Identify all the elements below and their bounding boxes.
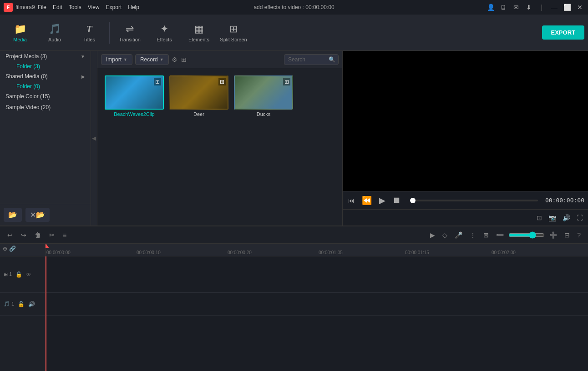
toolbar-audio[interactable]: 🎵 Audio xyxy=(38,17,71,48)
marker-button[interactable]: ◇ xyxy=(440,230,450,241)
splitscreen-icon: ⊞ xyxy=(229,23,238,35)
toolbar-audio-label: Audio xyxy=(48,37,61,42)
clip-icon: ⊞ xyxy=(218,78,226,85)
clip-icon: ⊞ xyxy=(154,78,161,85)
resize-preview-button[interactable]: ⊡ xyxy=(535,213,543,223)
link-button[interactable]: 🔗 xyxy=(9,246,16,252)
split-screen-toggle[interactable]: ⊟ xyxy=(562,230,573,241)
chevron-right-icon: ▶ xyxy=(81,74,85,79)
search-input[interactable] xyxy=(288,56,327,63)
toolbar-elements[interactable]: ▦ Elements xyxy=(182,17,215,48)
import-label: Import xyxy=(106,56,122,63)
titlebar-menu[interactable]: File Edit Tools View Export Help xyxy=(38,4,139,10)
toolbar-effects[interactable]: ✦ Effects xyxy=(148,17,181,48)
eye-video-button[interactable]: 👁 xyxy=(25,271,32,279)
timeline-container: ↩ ↪ 🗑 ✂ ≡ ▶ ◇ 🎤 ⋮ ⊠ ➖ ➕ ⊟ ? ⊕ 🔗 xyxy=(0,226,588,371)
prev-frame-button[interactable]: ⏮ xyxy=(346,195,356,206)
preview-timeline[interactable] xyxy=(410,200,538,201)
snap-button[interactable]: ⋮ xyxy=(467,230,479,241)
sidebar-item-folder-0[interactable]: Folder (0) xyxy=(11,82,91,91)
record-label: Record xyxy=(140,56,158,63)
import-button[interactable]: Import ▼ xyxy=(101,54,132,65)
sidebar-item-folder-3[interactable]: Folder (3) xyxy=(11,62,91,71)
zoom-in-button[interactable]: ➕ xyxy=(547,230,560,241)
magnetic-snap-button[interactable]: ⊕ xyxy=(3,246,7,252)
volume-button[interactable]: 🔊 xyxy=(561,213,572,223)
stop-button[interactable]: ⏹ xyxy=(391,194,403,207)
media-name-beach: BeachWaves2Clip xyxy=(114,111,154,117)
media-thumb-beach: ⊞ xyxy=(105,75,164,110)
play-button[interactable]: ▶ xyxy=(377,194,387,207)
toolbar-splitscreen[interactable]: ⊞ Split Screen xyxy=(217,17,250,48)
play-timeline-button[interactable]: ▶ xyxy=(427,230,438,241)
fullscreen-button[interactable]: ⛶ xyxy=(575,213,584,223)
titlebar-left: F filmora9 File Edit Tools View Export H… xyxy=(4,3,139,12)
sample-video-label: Sample Video (20) xyxy=(5,104,51,110)
grid-view-icon[interactable]: ⊞ xyxy=(181,56,187,63)
add-media-button[interactable]: 📂 xyxy=(4,208,22,222)
preview-panel: ⏮ ⏪ ▶ ⏹ 00:00:00:00 ⊡ 📷 🔊 ⛶ xyxy=(342,51,588,226)
menu-file[interactable]: File xyxy=(38,4,46,10)
media-search[interactable]: 🔍 xyxy=(284,54,339,65)
play-slow-button[interactable]: ⏪ xyxy=(360,194,374,207)
help-button[interactable]: ? xyxy=(574,230,583,241)
ruler-mark-5: 00:00:02:00 xyxy=(492,250,516,255)
sidebar-item-shared-media[interactable]: Shared Media (0) ▶ xyxy=(0,71,91,82)
zoom-slider[interactable] xyxy=(508,231,545,239)
download-icon[interactable]: ⬇ xyxy=(524,4,533,11)
screen-icon[interactable]: 🖥 xyxy=(499,4,508,11)
sidebar-item-sample-color[interactable]: Sample Color (15) xyxy=(0,91,91,102)
media-icon: 📁 xyxy=(14,23,26,35)
cut-button[interactable]: ✂ xyxy=(46,230,57,241)
adjust-button[interactable]: ≡ xyxy=(60,230,69,241)
elements-icon: ▦ xyxy=(194,23,204,35)
maximize-button[interactable]: ⬜ xyxy=(563,4,572,11)
toolbar-effects-label: Effects xyxy=(157,37,172,42)
ruler-mark-4: 00:00:01:15 xyxy=(405,250,429,255)
delete-media-button[interactable]: ✕📂 xyxy=(25,208,50,222)
media-item-deer[interactable]: ⊞ Deer xyxy=(169,75,228,117)
app-logo: F xyxy=(4,3,13,12)
playhead-triangle xyxy=(46,244,49,248)
ruler-mark-3: 00:00:01:05 xyxy=(319,250,343,255)
menu-tools[interactable]: Tools xyxy=(69,4,81,10)
minimize-button[interactable]: — xyxy=(550,4,559,11)
transition-icon: ⇌ xyxy=(126,23,134,35)
export-button[interactable]: EXPORT xyxy=(542,25,584,40)
redo-button[interactable]: ↪ xyxy=(18,230,29,241)
voiceover-button[interactable]: 🎤 xyxy=(452,230,465,241)
toolbar-transition[interactable]: ⇌ Transition xyxy=(113,17,146,48)
shared-media-label: Shared Media (0) xyxy=(5,73,48,80)
mail-icon[interactable]: ✉ xyxy=(512,4,521,11)
lock-video-button[interactable]: 🔓 xyxy=(15,271,23,279)
toolbar-media[interactable]: 📁 Media xyxy=(4,17,36,48)
media-item-ducks[interactable]: ⊞ Ducks xyxy=(234,75,293,117)
playhead[interactable] xyxy=(46,256,46,371)
zoom-out-button[interactable]: ➖ xyxy=(493,230,507,241)
sidebar-item-sample-video[interactable]: Sample Video (20) xyxy=(0,102,91,113)
media-thumb-deer: ⊞ xyxy=(169,75,228,110)
account-icon[interactable]: 👤 xyxy=(486,4,495,11)
toolbar-titles[interactable]: T Titles xyxy=(73,17,106,48)
sidebar-collapse-handle[interactable]: ◀ xyxy=(91,51,97,226)
record-button[interactable]: Record ▼ xyxy=(135,54,169,65)
lock-audio-button[interactable]: 🔓 xyxy=(17,300,25,308)
split-view-button[interactable]: ⊠ xyxy=(481,230,492,241)
audio-track-header: 🎵 1 🔓 🔊 xyxy=(0,293,45,316)
undo-button[interactable]: ↩ xyxy=(5,230,15,241)
folder-3-label: Folder (3) xyxy=(16,63,40,70)
menu-view[interactable]: View xyxy=(88,4,100,10)
mute-audio-button[interactable]: 🔊 xyxy=(27,300,36,308)
menu-edit[interactable]: Edit xyxy=(53,4,62,10)
media-item-beach[interactable]: ⊞ BeachWaves2Clip xyxy=(105,75,164,117)
timeline-toolbar: ↩ ↪ 🗑 ✂ ≡ ▶ ◇ 🎤 ⋮ ⊠ ➖ ➕ ⊟ ? xyxy=(0,226,588,244)
close-button[interactable]: ✕ xyxy=(575,4,584,11)
screenshot-button[interactable]: 📷 xyxy=(547,213,558,223)
effects-icon: ✦ xyxy=(160,23,168,35)
menu-export[interactable]: Export xyxy=(106,4,122,10)
sidebar-item-project-media[interactable]: Project Media (3) ▼ xyxy=(0,51,91,62)
menu-help[interactable]: Help xyxy=(128,4,139,10)
window-controls[interactable]: 👤 🖥 ✉ ⬇ | — ⬜ ✕ xyxy=(486,4,584,11)
delete-button[interactable]: 🗑 xyxy=(32,230,44,241)
filter-icon[interactable]: ⚙ xyxy=(172,56,177,63)
